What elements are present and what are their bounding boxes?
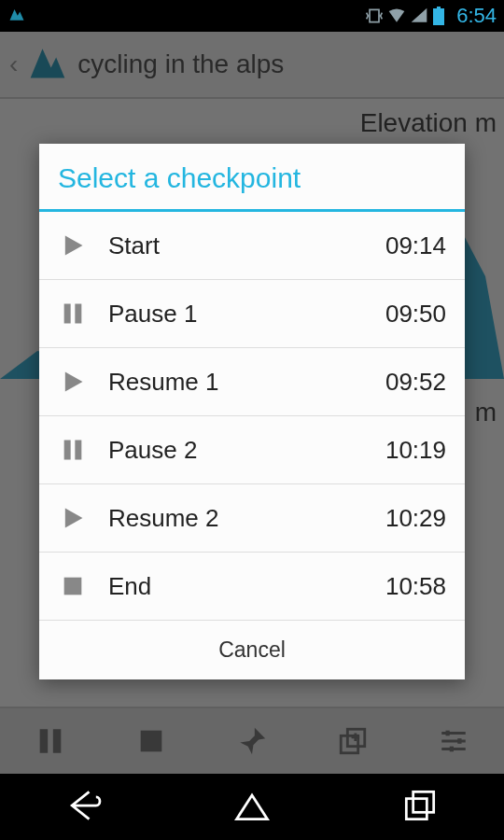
system-nav-bar [0, 774, 504, 840]
play-icon [58, 367, 88, 397]
svg-rect-16 [64, 578, 82, 595]
checkpoint-time: 09:50 [385, 300, 446, 329]
checkpoint-label: Resume 2 [108, 504, 385, 533]
battery-icon [432, 7, 445, 25]
checkpoint-time: 09:14 [385, 231, 446, 260]
checkpoint-dialog: Select a checkpoint Start09:14Pause 109:… [39, 144, 465, 679]
checkpoint-item[interactable]: Pause 109:50 [39, 280, 465, 348]
checkpoint-item[interactable]: End10:58 [39, 553, 465, 621]
svg-rect-11 [413, 791, 434, 812]
checkpoint-label: Pause 1 [108, 300, 385, 329]
checkpoint-label: Start [108, 231, 385, 260]
status-time: 6:54 [456, 4, 497, 28]
app-small-icon [7, 5, 26, 28]
dialog-title: Select a checkpoint [39, 144, 465, 212]
checkpoint-list: Start09:14Pause 109:50Resume 109:52Pause… [39, 212, 465, 621]
svg-rect-1 [433, 8, 444, 25]
checkpoint-time: 10:58 [385, 572, 446, 601]
checkpoint-item[interactable]: Resume 210:29 [39, 484, 465, 553]
stop-icon [58, 571, 88, 601]
checkpoint-item[interactable]: Start09:14 [39, 212, 465, 280]
svg-rect-15 [75, 441, 81, 460]
checkpoint-time: 10:29 [385, 504, 446, 533]
svg-rect-10 [406, 798, 427, 819]
play-icon [58, 503, 88, 533]
checkpoint-label: Pause 2 [108, 436, 385, 465]
svg-rect-12 [64, 304, 71, 324]
checkpoint-label: Resume 1 [108, 368, 385, 397]
checkpoint-item[interactable]: Resume 109:52 [39, 348, 465, 416]
svg-rect-0 [437, 7, 441, 8]
checkpoint-time: 10:19 [385, 436, 446, 465]
signal-icon [410, 7, 428, 25]
checkpoint-time: 09:52 [385, 368, 446, 397]
nav-back-button[interactable] [63, 785, 105, 830]
pause-icon [58, 299, 88, 329]
svg-rect-13 [75, 304, 81, 324]
checkpoint-item[interactable]: Pause 210:19 [39, 416, 465, 484]
checkpoint-label: End [108, 572, 385, 601]
pause-icon [58, 435, 88, 465]
wifi-icon [387, 7, 406, 25]
svg-rect-14 [64, 441, 71, 460]
nav-home-button[interactable] [231, 785, 273, 830]
dialog-cancel-button[interactable]: Cancel [39, 621, 465, 679]
status-bar: 6:54 [0, 0, 504, 32]
play-icon [58, 231, 88, 260]
nav-recent-button[interactable] [399, 785, 441, 830]
vibrate-icon [365, 7, 384, 25]
